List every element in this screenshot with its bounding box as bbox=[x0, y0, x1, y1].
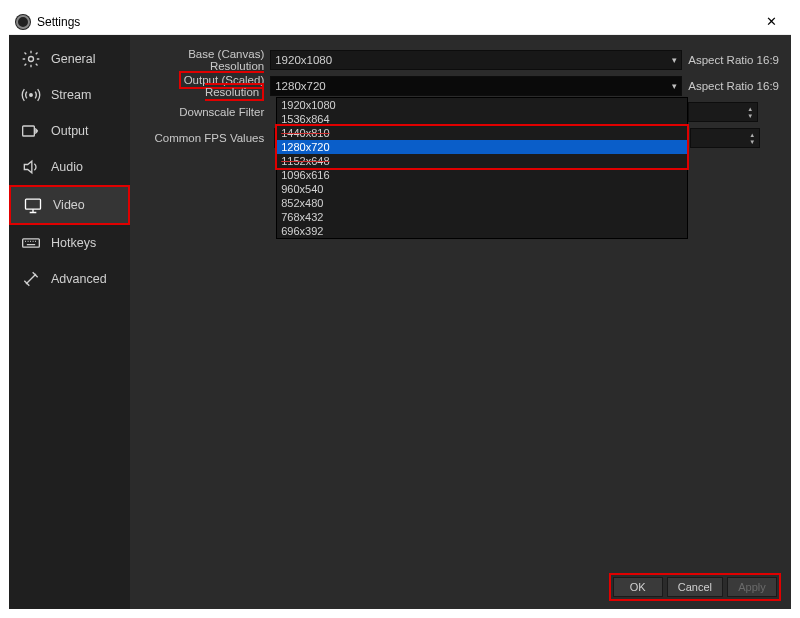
output-resolution-dropdown[interactable]: 1920x1080 1536x864 1440x810 1280x720 115… bbox=[276, 97, 688, 239]
resolution-option[interactable]: 852x480 bbox=[277, 196, 687, 210]
monitor-icon bbox=[23, 195, 43, 215]
sidebar-item-hotkeys[interactable]: Hotkeys bbox=[9, 225, 130, 261]
sidebar-item-label: Video bbox=[53, 198, 85, 212]
base-aspect-label: Aspect Ratio 16:9 bbox=[688, 54, 779, 66]
row-output-resolution: Output (Scaled) Resolution 1280x720 ▾ As… bbox=[142, 75, 779, 97]
settings-window: Settings ✕ General Stream Out bbox=[9, 9, 791, 609]
resolution-option[interactable]: 960x540 bbox=[277, 182, 687, 196]
sidebar-item-label: Advanced bbox=[51, 272, 107, 286]
sidebar-item-label: Output bbox=[51, 124, 89, 138]
keyboard-icon bbox=[21, 233, 41, 253]
svg-point-0 bbox=[29, 57, 34, 62]
sidebar-item-advanced[interactable]: Advanced bbox=[9, 261, 130, 297]
gear-icon bbox=[21, 49, 41, 69]
sidebar-item-label: General bbox=[51, 52, 95, 66]
sidebar-item-general[interactable]: General bbox=[9, 41, 130, 77]
downscale-spinner[interactable]: ▲▼ bbox=[688, 102, 758, 122]
fps-spinner[interactable]: ▲▼ bbox=[690, 128, 760, 148]
resolution-option[interactable]: 696x392 bbox=[277, 224, 687, 238]
tools-icon bbox=[21, 269, 41, 289]
ok-button[interactable]: OK bbox=[613, 577, 663, 597]
output-icon bbox=[21, 121, 41, 141]
fps-label: Common FPS Values bbox=[142, 132, 270, 144]
resolution-option-selected[interactable]: 1280x720 bbox=[277, 140, 687, 154]
sidebar: General Stream Output Audio bbox=[9, 35, 130, 609]
resolution-option[interactable]: 1096x616 bbox=[277, 168, 687, 182]
output-aspect-label: Aspect Ratio 16:9 bbox=[688, 80, 779, 92]
sidebar-item-label: Hotkeys bbox=[51, 236, 96, 250]
sidebar-item-label: Stream bbox=[51, 88, 91, 102]
window-body: General Stream Output Audio bbox=[9, 35, 791, 609]
chevron-down-icon: ▾ bbox=[672, 81, 677, 91]
resolution-option[interactable]: 1152x648 bbox=[277, 154, 687, 168]
resolution-option[interactable]: 1440x810 bbox=[277, 126, 687, 140]
base-resolution-label: Base (Canvas) Resolution bbox=[142, 48, 270, 72]
resolution-option[interactable]: 1920x1080 bbox=[277, 98, 687, 112]
sidebar-item-audio[interactable]: Audio bbox=[9, 149, 130, 185]
svg-point-1 bbox=[30, 94, 33, 97]
resolution-option[interactable]: 768x432 bbox=[277, 210, 687, 224]
row-base-resolution: Base (Canvas) Resolution 1920x1080 ▾ Asp… bbox=[142, 49, 779, 71]
app-icon bbox=[15, 14, 31, 30]
audio-icon bbox=[21, 157, 41, 177]
main-panel: Base (Canvas) Resolution 1920x1080 ▾ Asp… bbox=[130, 35, 791, 609]
base-resolution-combo[interactable]: 1920x1080 ▾ bbox=[270, 50, 682, 70]
svg-rect-4 bbox=[23, 239, 40, 247]
close-button[interactable]: ✕ bbox=[751, 14, 791, 29]
apply-button[interactable]: Apply bbox=[727, 577, 777, 597]
titlebar: Settings ✕ bbox=[9, 9, 791, 35]
sidebar-item-label: Audio bbox=[51, 160, 83, 174]
downscale-filter-label: Downscale Filter bbox=[142, 106, 270, 118]
cancel-button[interactable]: Cancel bbox=[667, 577, 723, 597]
output-resolution-label: Output (Scaled) Resolution bbox=[142, 74, 270, 98]
sidebar-item-output[interactable]: Output bbox=[9, 113, 130, 149]
svg-rect-2 bbox=[23, 126, 35, 136]
window-title: Settings bbox=[37, 15, 751, 29]
output-resolution-value: 1280x720 bbox=[275, 80, 326, 92]
sidebar-item-stream[interactable]: Stream bbox=[9, 77, 130, 113]
footer-buttons: OK Cancel Apply bbox=[609, 573, 781, 601]
base-resolution-value: 1920x1080 bbox=[275, 54, 332, 66]
chevron-down-icon: ▾ bbox=[672, 55, 677, 65]
signal-icon bbox=[21, 85, 41, 105]
output-resolution-combo[interactable]: 1280x720 ▾ bbox=[270, 76, 682, 96]
svg-rect-3 bbox=[26, 199, 41, 209]
sidebar-item-video[interactable]: Video bbox=[11, 187, 128, 223]
